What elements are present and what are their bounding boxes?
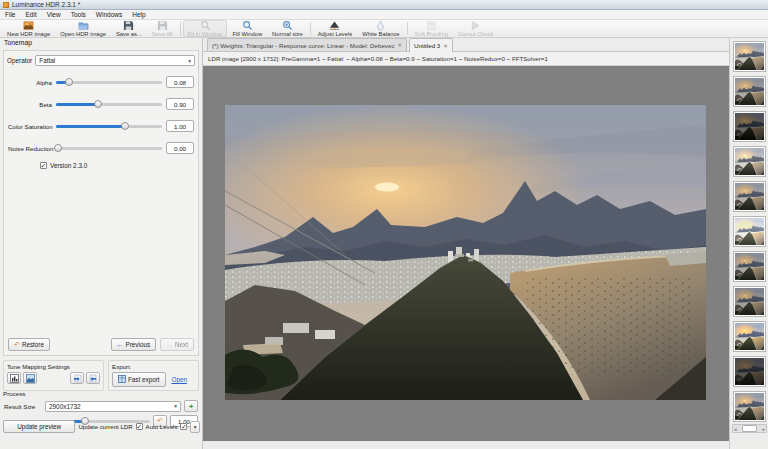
- preview-horizontal-scrollbar[interactable]: ◂ ▸: [732, 424, 767, 433]
- alpha-spinbox[interactable]: 0.08: [166, 76, 194, 88]
- load-settings-icon: [26, 374, 35, 383]
- preview-thumbnail-2[interactable]: [733, 76, 766, 107]
- previous-icon: ←: [117, 342, 124, 348]
- preview-thumbnail-8[interactable]: [733, 286, 766, 317]
- preview-thumbnail-5[interactable]: [733, 181, 766, 212]
- tone-mapping-settings-title: Tone Mapping Settings: [7, 363, 100, 370]
- process-group-title: Process: [3, 390, 199, 397]
- check-icon: ✓: [136, 424, 141, 430]
- beta-spinbox[interactable]: 0.90: [166, 98, 194, 110]
- apply-settings-previous-button[interactable]: [70, 372, 84, 384]
- menu-view[interactable]: View: [42, 11, 66, 18]
- menu-windows[interactable]: Windows: [91, 11, 127, 18]
- slider-handle[interactable]: [121, 122, 129, 130]
- normal-size-icon: [282, 20, 293, 31]
- title-bar: Luminance HDR 2.3.1 *: [0, 0, 768, 10]
- update-preview-button[interactable]: Update preview: [3, 420, 75, 433]
- open-export-link[interactable]: Open: [172, 376, 187, 383]
- fill-window-button[interactable]: Fill Window: [227, 20, 267, 37]
- gamut-check-button[interactable]: Gamut Check: [453, 20, 498, 37]
- alpha-label: Alpha: [8, 79, 52, 86]
- scroll-left-icon[interactable]: ◂: [734, 426, 737, 432]
- tab-label: (*) Weights: Triangular - Response curve…: [212, 42, 395, 49]
- save-settings-button[interactable]: [7, 372, 21, 384]
- auto-levels-options-button[interactable]: ▾: [190, 421, 200, 433]
- operator-value: Fattal: [39, 57, 55, 64]
- auto-levels-checkbox[interactable]: ✓: [180, 423, 187, 430]
- noise-reduction-slider[interactable]: [56, 147, 162, 150]
- normal-size-button[interactable]: Normal size: [267, 20, 308, 37]
- preview-thumbnail-4[interactable]: [733, 146, 766, 177]
- toolbar-button-label: Normal size: [272, 31, 303, 37]
- next-icon: →: [166, 342, 173, 348]
- apply-next-icon: [89, 374, 98, 383]
- slider-handle[interactable]: [65, 78, 73, 86]
- export-group: Export Fast export Open: [108, 360, 199, 391]
- restore-icon: ↶: [14, 342, 20, 348]
- alpha-slider[interactable]: [56, 81, 162, 84]
- preview-thumbnail-7[interactable]: [733, 251, 766, 282]
- beta-slider[interactable]: [56, 103, 162, 106]
- toolbar-button-label: New HDR image: [7, 31, 50, 37]
- beta-slider-row: Beta 0.90: [8, 98, 194, 110]
- color-saturation-slider[interactable]: [56, 125, 162, 128]
- close-icon[interactable]: ✕: [443, 43, 448, 49]
- previous-button[interactable]: ← Previous: [111, 338, 157, 351]
- scroll-right-icon[interactable]: ▸: [762, 426, 765, 432]
- fit-in-window-button[interactable]: Fit in Window: [183, 20, 228, 37]
- noise-reduction-spinbox[interactable]: 0.00: [166, 142, 194, 154]
- preview-thumbnail-9[interactable]: [733, 321, 766, 352]
- toolbar-button-label: White Balance: [362, 31, 399, 37]
- chevron-down-icon: ▾: [194, 424, 197, 430]
- scrollbar-thumb[interactable]: [742, 425, 757, 432]
- toolbar-button-label: Open HDR image: [60, 31, 106, 37]
- restore-button[interactable]: ↶ Restore: [8, 338, 50, 351]
- preview-thumbnail-6[interactable]: [733, 216, 766, 247]
- menu-edit[interactable]: Edit: [20, 11, 41, 18]
- menu-file[interactable]: File: [0, 11, 20, 18]
- result-size-select[interactable]: 2900x1732 ▾: [45, 401, 181, 412]
- soft-proofing-button[interactable]: Soft Proofing: [410, 20, 454, 37]
- save-all-button[interactable]: Save All: [147, 20, 178, 37]
- slider-handle[interactable]: [54, 144, 62, 152]
- toolbar-button-label: Gamut Check: [458, 31, 493, 37]
- white-balance-icon: [375, 20, 386, 31]
- image-info-text: LDR image [2900 x 1732]: PreGamma=1 ~ Fa…: [208, 55, 548, 62]
- operator-label: Operator: [7, 57, 32, 64]
- new-hdr-image-button[interactable]: New HDR image: [2, 20, 55, 37]
- tab-hdr-weights[interactable]: (*) Weights: Triangular - Response curve…: [207, 38, 407, 51]
- tonemap-panel-title: Tonemap: [4, 39, 32, 46]
- fit-in-window-icon: [200, 20, 211, 31]
- toolbar-separator: [310, 22, 311, 35]
- add-result-size-button[interactable]: +: [184, 400, 198, 412]
- operator-select[interactable]: Fattal ▾: [35, 55, 195, 66]
- close-icon[interactable]: ✕: [398, 42, 403, 48]
- apply-settings-next-button[interactable]: [86, 372, 100, 384]
- slider-handle[interactable]: [94, 100, 102, 108]
- document-tab-bar: (*) Weights: Triangular - Response curve…: [203, 38, 729, 52]
- preview-thumbnail-10[interactable]: [733, 356, 766, 387]
- load-settings-button[interactable]: [23, 372, 37, 384]
- open-hdr-image-icon: [78, 20, 89, 31]
- image-viewport[interactable]: [203, 66, 729, 441]
- tonemapped-image[interactable]: [225, 105, 706, 400]
- version-checkbox[interactable]: ✓: [40, 162, 47, 169]
- fill-window-icon: [242, 20, 253, 31]
- next-button-label: Next: [175, 341, 188, 348]
- fast-export-button[interactable]: Fast export: [112, 372, 166, 387]
- next-button[interactable]: → Next: [160, 338, 194, 351]
- preview-thumbnail-3[interactable]: [733, 111, 766, 142]
- white-balance-button[interactable]: White Balance: [357, 20, 404, 37]
- preview-thumbnail-1[interactable]: [733, 41, 766, 72]
- new-hdr-image-icon: [23, 20, 34, 31]
- menu-tools[interactable]: Tools: [66, 11, 91, 18]
- save-as-button[interactable]: Save as...: [111, 20, 147, 37]
- menu-help[interactable]: Help: [127, 11, 150, 18]
- open-hdr-image-button[interactable]: Open HDR image: [55, 20, 111, 37]
- tab-untitled-3[interactable]: Untitled 3 ✕: [409, 38, 453, 52]
- color-saturation-spinbox[interactable]: 1.00: [166, 120, 194, 132]
- update-current-ldr-checkbox[interactable]: ✓: [136, 423, 143, 430]
- adjust-levels-button[interactable]: Adjust Levels: [313, 20, 357, 37]
- noise-reduction-slider-row: Noise Reduction 0.00: [8, 142, 194, 154]
- preview-thumbnail-11[interactable]: [733, 391, 766, 422]
